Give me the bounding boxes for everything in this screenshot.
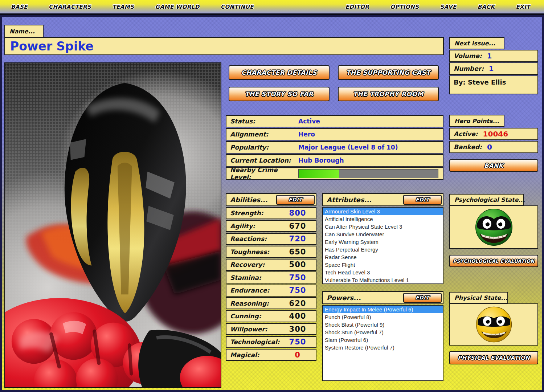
status-row-popularity: Popularity:Major League (Level 8 of 10) [226,141,443,154]
list-item-slam-powerful-6[interactable]: Slam (Powerful 6) [323,336,443,344]
ability-row-technological: Technological:750 [226,336,316,348]
nav-the-trophy-room[interactable]: THE TROPHY ROOM [338,87,439,101]
hero-points-tab: Hero Points... [449,115,504,127]
ability-label: Technological: [230,338,280,346]
ability-label: Magical: [230,351,259,359]
number-row: Number: 1 [449,62,538,75]
ability-row-reactions: Reactions:720 [226,233,316,245]
ability-value: 300 [281,325,314,334]
ability-row-endurance: Endurance:750 [226,285,316,297]
physical-state-box [449,303,538,346]
list-item-punch-powerful-8[interactable]: Punch (Powerful 8) [323,313,443,321]
ability-row-agility: Agility:670 [226,220,316,232]
volume-label: Volume: [454,52,482,60]
ability-row-willpower: Willpower:300 [226,323,316,335]
name-box: Power Spike [4,37,444,55]
banked-points-label: Banked: [454,143,482,151]
status-value: Active [298,118,320,125]
ability-label: Cunning: [230,313,261,320]
menu-game-world[interactable]: GAME WORLD [155,4,200,10]
hero-points-tab-label: Hero Points... [454,118,499,124]
psychological-evaluation-button[interactable]: PSYCHOLOGICAL EVALUATION [449,255,538,267]
list-item-vulnerable-to-malfunctions-level-1[interactable]: Vulnerable To Malfunctions Level 1 [323,276,443,284]
physical-state-tab: Physical State... [449,292,508,303]
hero-points-panel: Hero Points... Active: 10046 Banked: 0 B… [449,115,538,172]
powers-list[interactable]: Energy Impact In Melee (Powerful 6)Punch… [322,305,443,381]
crime-level-bar [298,169,438,178]
byline: By: Steve Ellis [454,78,506,86]
list-item-energy-impact-in-melee-powerful-6[interactable]: Energy Impact In Melee (Powerful 6) [323,306,443,313]
menubar: BASECHARACTERSTEAMSGAME WORLDCONTINUE ED… [0,0,544,15]
psychological-state-tab: Psychological State... [449,194,524,205]
status-value: Major League (Level 8 of 10) [298,144,398,151]
menu-teams[interactable]: TEAMS [112,4,134,10]
abilities-edit-button[interactable]: EDIT [276,195,315,205]
menu-save[interactable]: SAVE [440,4,456,10]
psychological-state-panel: Psychological State... PS [449,194,538,267]
psychological-state-tab-label: Psychological State... [454,196,525,203]
attributes-header: Attributes... EDIT [322,193,443,206]
ability-value: 720 [281,234,314,243]
name-tab-label: Name... [9,28,35,35]
active-points-value: 10046 [483,130,508,138]
status-row-current-location: Current Location:Hub Borough [226,154,443,167]
byline-box: By: Steve Ellis [449,75,538,94]
list-item-system-restore-powerful-7[interactable]: System Restore (Powerful 7) [323,344,443,351]
bank-button[interactable]: BANK [449,159,538,172]
status-label: Status: [230,118,298,125]
attributes-edit-button[interactable]: EDIT [403,195,442,205]
nav-character-details[interactable]: CHARACTER DETAILS [229,65,330,80]
banked-points-row: Banked: 0 [449,141,538,153]
list-item-can-survive-underwater[interactable]: Can Survive Underwater [323,230,443,238]
nav-buttons: CHARACTER DETAILSTHE SUPPORTING CASTTHE … [229,65,439,101]
physical-evaluation-button[interactable]: PHYSICAL EVALUATION [449,351,538,364]
list-item-space-flight[interactable]: Space Flight [323,261,443,269]
ability-row-reasoning: Reasoning:620 [226,297,316,309]
status-value: Hub Borough [298,157,344,164]
abilities-panel: Abilities... EDIT Strength:800Agility:67… [226,193,316,361]
ability-value: 0 [281,351,314,359]
list-item-shock-stun-powerful-7[interactable]: Shock Stun (Powerful 7) [323,328,443,336]
nav-the-story-so-far[interactable]: THE STORY SO FAR [229,87,330,101]
list-item-shock-blast-powerful-9[interactable]: Shock Blast (Powerful 9) [323,321,443,328]
menu-continue[interactable]: CONTINUE [221,4,254,10]
list-item-armoured-skin-level-3[interactable]: Armoured Skin Level 3 [323,208,443,215]
ability-value: 400 [281,312,314,320]
ability-value: 750 [281,286,314,295]
crime-level-fill [299,170,339,178]
status-panel: Status:ActiveAlignment:HeroPopularity:Ma… [226,115,443,180]
list-item-early-warning-system[interactable]: Early Warning System [323,238,443,246]
list-item-has-perpetual-energy[interactable]: Has Perpetual Energy [323,246,443,253]
powers-header: Powers... EDIT [322,291,443,304]
list-item-can-alter-physical-state-level-3[interactable]: Can Alter Physical State Level 3 [323,223,443,230]
ability-label: Toughness: [230,248,269,256]
menu-exit[interactable]: EXIT [516,4,530,10]
menu-base[interactable]: BASE [11,4,28,10]
abilities-header: Abilities... EDIT [226,193,316,206]
list-item-artificial-intelligence[interactable]: Artificial Intelligence [323,215,443,223]
menu-back[interactable]: BACK [478,4,495,10]
list-item-radar-sense[interactable]: Radar Sense [323,253,443,261]
ability-value: 800 [281,209,314,217]
status-value: Hero [298,131,315,138]
ability-row-cunning: Cunning:400 [226,310,316,322]
list-item-tech-head-level-3[interactable]: Tech Head Level 3 [323,269,443,276]
physical-state-panel: Physical State... PHYSICA [449,292,538,364]
ability-label: Agility: [230,222,255,230]
active-points-label: Active: [454,130,478,138]
ability-value: 620 [281,299,314,308]
nav-the-supporting-cast[interactable]: THE SUPPORTING CAST [338,65,439,80]
status-row-status: Status:Active [226,115,443,127]
menu-characters[interactable]: CHARACTERS [49,4,91,10]
number-label: Number: [454,65,484,72]
menu-options[interactable]: OPTIONS [390,4,419,10]
attributes-list[interactable]: Armoured Skin Level 3Artificial Intellig… [322,207,443,284]
ability-label: Reasoning: [230,300,269,307]
ability-label: Recovery: [230,261,265,268]
status-label: Popularity: [230,144,298,151]
powers-edit-button[interactable]: EDIT [403,293,442,303]
ability-label: Strength: [230,209,263,217]
menu-editor[interactable]: EDITOR [345,4,369,10]
number-value: 1 [489,65,494,73]
powers-title: Powers... [327,294,361,302]
